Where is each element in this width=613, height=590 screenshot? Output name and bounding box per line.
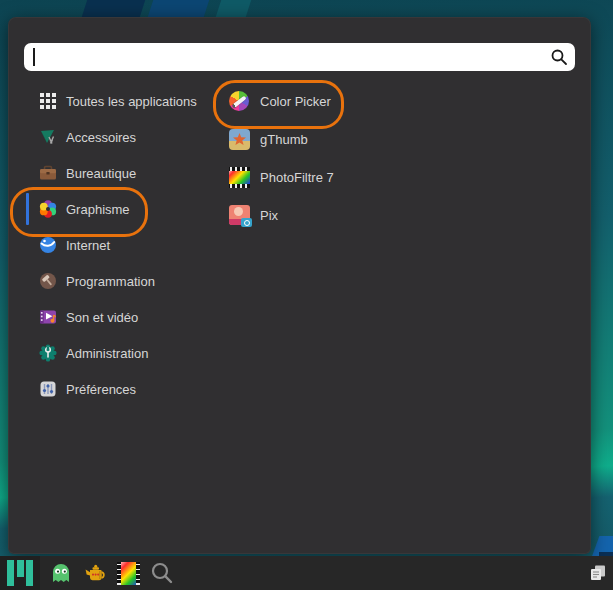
category-label: Administration xyxy=(66,346,148,361)
teapot-icon xyxy=(84,562,107,585)
briefcase-icon xyxy=(38,163,58,183)
green-ghost-icon xyxy=(50,562,72,584)
preferences-sliders-icon xyxy=(38,379,58,399)
rainbow-film-icon xyxy=(117,562,140,585)
taskbar-item-search[interactable] xyxy=(150,561,174,585)
internet-globe-icon xyxy=(38,235,58,255)
search-box[interactable] xyxy=(24,43,575,71)
menu-launcher-button[interactable] xyxy=(0,556,40,590)
photofiltre-rainbow-film-icon xyxy=(227,165,251,189)
sound-video-icon xyxy=(38,307,58,327)
graphics-pinwheel-icon xyxy=(38,199,58,219)
category-label: Toutes les applications xyxy=(66,94,197,109)
search-icon xyxy=(550,48,568,66)
taskbar-item-rainbow-film[interactable] xyxy=(117,562,140,585)
app-color-picker[interactable]: Color Picker xyxy=(222,82,447,120)
category-label: Programmation xyxy=(66,274,155,289)
category-programmation[interactable]: Programmation xyxy=(34,263,238,299)
category-label: Bureautique xyxy=(66,166,136,181)
app-label: Pix xyxy=(260,208,278,223)
category-accessoires[interactable]: Accessoires xyxy=(34,119,238,155)
app-label: gThumb xyxy=(260,132,308,147)
category-label: Son et vidéo xyxy=(66,310,138,325)
pix-image-camera-icon xyxy=(227,203,251,227)
app-gthumb[interactable]: gThumb xyxy=(222,120,447,158)
application-menu-panel: Toutes les applications Accessoires Bure… xyxy=(8,17,591,554)
category-label: Graphisme xyxy=(66,202,130,217)
search-tray-icon xyxy=(150,561,174,585)
app-label: PhotoFiltre 7 xyxy=(260,170,334,185)
taskbar-item-ghost[interactable] xyxy=(50,562,72,584)
taskbar xyxy=(0,556,613,590)
category-internet[interactable]: Internet xyxy=(34,227,238,263)
text-caret xyxy=(33,48,35,66)
all-apps-grid-icon xyxy=(38,91,58,111)
accessories-icon xyxy=(38,127,58,147)
category-label: Accessoires xyxy=(66,130,136,145)
category-bureautique[interactable]: Bureautique xyxy=(34,155,238,191)
system-tray[interactable] xyxy=(589,564,607,582)
selected-category-indicator xyxy=(26,193,29,225)
clipboard-pages-icon xyxy=(589,564,607,582)
category-graphisme[interactable]: Graphisme xyxy=(34,191,238,227)
app-label: Color Picker xyxy=(260,94,331,109)
category-son-et-video[interactable]: Son et vidéo xyxy=(34,299,238,335)
programming-hammer-icon xyxy=(38,271,58,291)
category-label: Préférences xyxy=(66,382,136,397)
app-pix[interactable]: Pix xyxy=(222,196,447,234)
manjaro-menu-icon xyxy=(7,560,33,586)
category-administration[interactable]: Administration xyxy=(34,335,238,371)
gthumb-photo-icon xyxy=(227,127,251,151)
taskbar-item-teapot[interactable] xyxy=(84,562,107,585)
color-picker-wheel-icon xyxy=(227,89,251,113)
menu-search-input[interactable] xyxy=(32,45,532,69)
category-all-applications[interactable]: Toutes les applications xyxy=(34,83,238,119)
category-preferences[interactable]: Préférences xyxy=(34,371,238,407)
category-label: Internet xyxy=(66,238,110,253)
app-photofiltre-7[interactable]: PhotoFiltre 7 xyxy=(222,158,447,196)
administration-gear-wrench-icon xyxy=(38,343,58,363)
